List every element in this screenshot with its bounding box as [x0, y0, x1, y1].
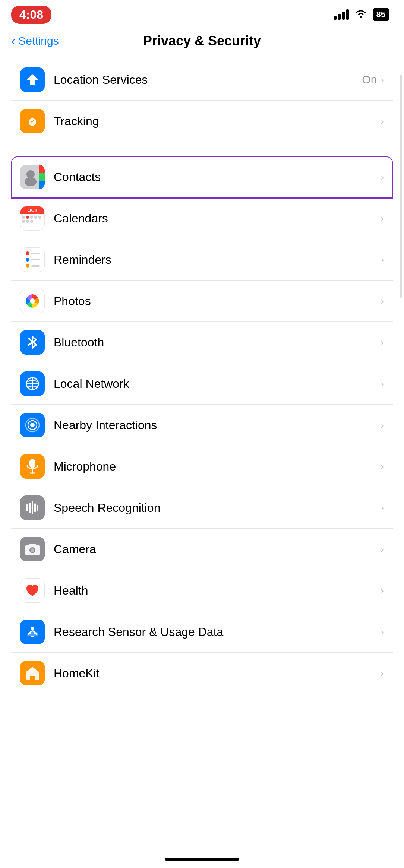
- svg-rect-15: [29, 459, 35, 468]
- list-item-reminders[interactable]: Reminders ›: [11, 239, 393, 281]
- svg-rect-19: [29, 503, 31, 513]
- local-network-icon: [20, 371, 45, 396]
- list-item-bluetooth[interactable]: Bluetooth ›: [11, 322, 393, 363]
- nearby-interactions-label: Nearby Interactions: [54, 418, 381, 432]
- back-button[interactable]: ‹ Settings: [11, 34, 59, 48]
- homekit-label: HomeKit: [54, 666, 381, 680]
- svg-rect-22: [37, 505, 38, 511]
- microphone-icon: [20, 454, 45, 479]
- back-label: Settings: [18, 35, 59, 47]
- page-title: Privacy & Security: [143, 33, 261, 49]
- microphone-label: Microphone: [54, 460, 381, 473]
- battery-icon: 85: [373, 8, 389, 21]
- status-icons: 85: [334, 8, 389, 21]
- photos-label: Photos: [54, 294, 381, 308]
- list-item-microphone[interactable]: Microphone ›: [11, 446, 393, 487]
- speech-recognition-icon: [20, 495, 45, 520]
- microphone-chevron: ›: [381, 461, 384, 472]
- contacts-icon: [20, 165, 45, 189]
- nearby-interactions-chevron: ›: [381, 419, 384, 431]
- battery-level: 85: [376, 10, 385, 19]
- svg-point-26: [29, 632, 31, 634]
- svg-point-3: [25, 177, 37, 186]
- homekit-icon: [20, 661, 45, 685]
- photos-chevron: ›: [381, 295, 384, 307]
- back-chevron-icon: ‹: [11, 34, 15, 48]
- health-label: Health: [54, 584, 381, 598]
- list-item-location-services[interactable]: Location Services On ›: [11, 59, 393, 101]
- camera-icon: [20, 537, 45, 561]
- tracking-icon: [20, 109, 45, 133]
- health-chevron: ›: [381, 585, 384, 596]
- svg-point-12: [30, 423, 35, 427]
- location-services-value: On: [362, 73, 377, 86]
- list-item-research[interactable]: Research Sensor & Usage Data ›: [11, 611, 393, 653]
- bluetooth-label: Bluetooth: [54, 336, 381, 349]
- settings-group-apps: Contacts › OCT: [11, 156, 393, 694]
- calendars-label: Calendars: [54, 212, 381, 225]
- bluetooth-icon: [20, 330, 45, 355]
- photos-icon: [20, 289, 45, 313]
- camera-label: Camera: [54, 542, 381, 556]
- svg-rect-21: [34, 503, 36, 512]
- list-item-local-network[interactable]: Local Network ›: [11, 363, 393, 405]
- location-services-chevron: ›: [381, 74, 384, 86]
- svg-rect-5: [39, 173, 45, 181]
- list-item-contacts[interactable]: Contacts ›: [11, 156, 393, 198]
- speech-recognition-chevron: ›: [381, 502, 384, 514]
- homekit-chevron: ›: [381, 668, 384, 679]
- svg-rect-6: [39, 181, 45, 189]
- tracking-chevron: ›: [381, 115, 384, 127]
- list-item-health[interactable]: Health ›: [11, 570, 393, 611]
- reminders-icon: [20, 247, 45, 272]
- contacts-chevron: ›: [381, 171, 384, 183]
- list-item-nearby-interactions[interactable]: Nearby Interactions ›: [11, 405, 393, 446]
- reminders-chevron: ›: [381, 254, 384, 266]
- list-item-photos[interactable]: Photos ›: [11, 281, 393, 322]
- list-item-camera[interactable]: Camera ›: [11, 529, 393, 570]
- svg-point-24: [31, 548, 34, 552]
- svg-rect-20: [32, 501, 33, 514]
- bluetooth-chevron: ›: [381, 337, 384, 348]
- svg-point-8: [30, 298, 35, 304]
- location-services-label: Location Services: [54, 73, 362, 87]
- svg-point-27: [34, 632, 36, 634]
- signal-bar-4: [346, 9, 349, 20]
- status-bar: 4:08 85: [0, 0, 404, 26]
- list-item-tracking[interactable]: Tracking ›: [11, 101, 393, 142]
- svg-rect-4: [39, 165, 45, 173]
- svg-point-25: [31, 627, 34, 631]
- calendars-chevron: ›: [381, 213, 384, 224]
- svg-point-0: [360, 16, 362, 18]
- reminders-label: Reminders: [54, 253, 381, 267]
- svg-point-2: [26, 170, 35, 178]
- research-chevron: ›: [381, 626, 384, 638]
- settings-group-location: Location Services On › Tracking ›: [11, 59, 393, 142]
- nav-header: ‹ Settings Privacy & Security: [0, 26, 404, 59]
- wifi-icon: [354, 8, 367, 21]
- svg-rect-28: [31, 636, 34, 637]
- list-item-calendars[interactable]: OCT Calendars ›: [11, 198, 393, 239]
- list-item-homekit[interactable]: HomeKit ›: [11, 653, 393, 694]
- health-icon: [20, 578, 45, 603]
- svg-rect-18: [26, 504, 28, 511]
- signal-bars-icon: [334, 9, 349, 20]
- research-icon: [20, 620, 45, 644]
- home-indicator: [165, 858, 239, 861]
- speech-recognition-label: Speech Recognition: [54, 501, 381, 515]
- location-services-icon: [20, 67, 45, 92]
- contacts-label: Contacts: [54, 170, 381, 184]
- signal-bar-2: [338, 14, 341, 20]
- tracking-label: Tracking: [54, 114, 381, 128]
- local-network-chevron: ›: [381, 378, 384, 390]
- research-label: Research Sensor & Usage Data: [54, 625, 381, 639]
- signal-bar-1: [334, 16, 337, 20]
- camera-chevron: ›: [381, 544, 384, 555]
- local-network-label: Local Network: [54, 377, 381, 391]
- calendars-icon: OCT: [20, 206, 45, 231]
- status-time: 4:08: [11, 6, 51, 24]
- scrollbar[interactable]: [400, 75, 402, 298]
- settings-container: Location Services On › Tracking ›: [0, 59, 404, 694]
- list-item-speech-recognition[interactable]: Speech Recognition ›: [11, 487, 393, 529]
- signal-bar-3: [342, 12, 345, 20]
